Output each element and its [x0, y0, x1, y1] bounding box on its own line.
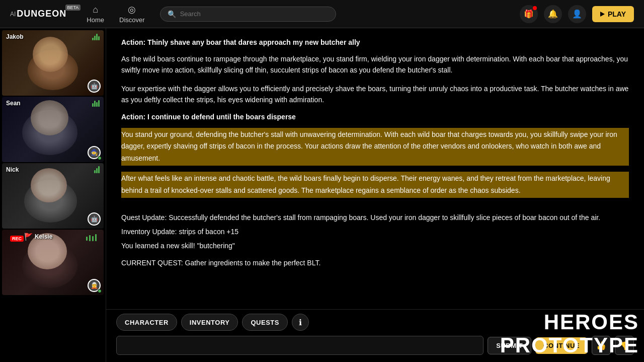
story-paragraph-1: As the wild boars continue to rampage th…	[121, 53, 629, 76]
nav-item-discover[interactable]: ◎ Discover	[114, 2, 150, 26]
notifications-button[interactable]: 🔔	[544, 5, 562, 23]
online-dot-kelsie	[98, 289, 102, 293]
main-content: Jakob 🤖 Sean 🧙	[0, 28, 644, 362]
video-name-jakob: Jakob	[6, 33, 24, 40]
header: AI DUNGEON BETA ⌂ Home ◎ Discover 🔍 🎁 🔔 …	[0, 0, 644, 28]
search-bar[interactable]: 🔍	[160, 7, 336, 22]
story-paragraph-2: Your expertise with the dagger allows yo…	[121, 83, 629, 106]
story-area: Action: Thinly shave any boar that dares…	[106, 28, 644, 362]
nav-item-home[interactable]: ⌂ Home	[82, 3, 109, 26]
tab-character[interactable]: CHARACTER	[116, 314, 177, 331]
logo-dungeon-text: DUNGEON	[17, 9, 66, 19]
nav-discover-label: Discover	[119, 16, 145, 24]
tab-inventory[interactable]: INVENTORY	[181, 314, 238, 331]
play-button[interactable]: PLAY	[592, 6, 634, 22]
action-line-2: Action: I continue to defend until the b…	[121, 113, 629, 121]
highlighted-paragraph-1: You stand your ground, defending the but…	[121, 128, 629, 166]
video-name-sean: Sean	[6, 100, 21, 107]
gift-dot	[533, 6, 537, 10]
online-dot-sean	[98, 156, 102, 160]
play-triangle-icon	[600, 12, 605, 17]
logo-area: AI DUNGEON BETA	[10, 9, 66, 19]
avatar-nick: 🤖	[88, 212, 101, 226]
action-line-1: Action: Thinly shave any boar that dares…	[121, 38, 629, 46]
gift-button[interactable]: 🎁	[520, 5, 538, 23]
audio-bars-jakob	[92, 33, 100, 40]
skill-learned-text: You learned a new skill! "butchering"	[121, 240, 629, 251]
home-icon: ⌂	[93, 5, 98, 15]
nav-home-label: Home	[87, 16, 104, 24]
audio-bars-sean	[92, 100, 100, 107]
video-card-nick: Nick 🤖	[2, 163, 104, 229]
watermark: HEROES PROTOTYPE	[500, 311, 639, 357]
info-button[interactable]: ℹ	[292, 314, 309, 331]
story-scroll[interactable]: Action: Thinly shave any boar that dares…	[106, 28, 644, 309]
audio-bars-nick	[94, 166, 100, 173]
logo-ai-text: AI	[10, 11, 16, 18]
inventory-update-text: Inventory Update: strips of bacon +15	[121, 226, 629, 237]
watermark-line2: PROTOTYPE	[500, 334, 639, 357]
search-icon: 🔍	[168, 10, 176, 18]
current-quest-text: CURRENT QUEST: Gather ingredients to mak…	[121, 259, 629, 267]
video-card-jakob: Jakob 🤖	[2, 30, 104, 96]
story-input[interactable]	[116, 336, 484, 355]
video-card-sean: Sean 🧙	[2, 97, 104, 162]
video-name-nick: Nick	[6, 166, 19, 173]
search-input[interactable]	[180, 10, 329, 18]
watermark-line1: HEROES	[500, 311, 639, 334]
header-actions: 🎁 🔔 👤 PLAY	[520, 5, 634, 23]
avatar-button[interactable]: 👤	[568, 5, 586, 23]
video-card-kelsie: REC 🚩 Kelsie 🧝	[2, 230, 104, 295]
highlighted-paragraph-2: After what feels like an intense and cha…	[121, 172, 629, 198]
rec-area-kelsie: REC 🚩 Kelsie	[6, 233, 52, 241]
play-label: PLAY	[608, 10, 626, 18]
avatar-jakob: 🤖	[88, 80, 101, 93]
tab-quests[interactable]: QUESTS	[242, 314, 287, 331]
beta-badge: BETA	[65, 5, 81, 11]
video-name-kelsie: Kelsie	[35, 233, 52, 240]
sidebar: Jakob 🤖 Sean 🧙	[0, 28, 106, 362]
rec-badge: REC	[10, 236, 24, 242]
discover-icon: ◎	[128, 4, 136, 15]
flag-icon: 🚩	[24, 233, 33, 241]
quest-update-text: Quest Update: Successfully defended the …	[121, 212, 629, 223]
main-nav: ⌂ Home ◎ Discover	[82, 2, 149, 26]
